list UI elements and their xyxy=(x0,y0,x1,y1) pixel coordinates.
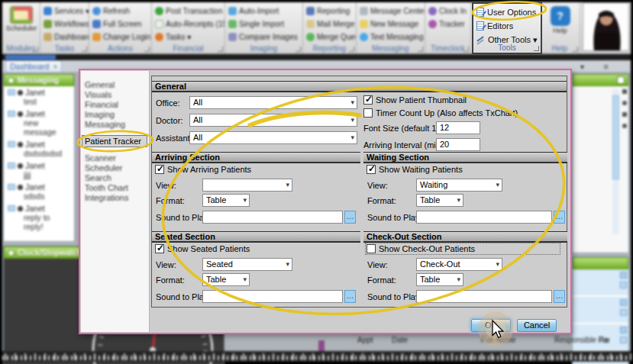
tool-icon[interactable] xyxy=(622,112,627,117)
assistant-select[interactable]: All xyxy=(189,131,357,144)
ribbon-item-auto-receipts[interactable]: Auto-Receipts (15) xyxy=(155,18,222,31)
card-button[interactable] xyxy=(620,309,627,316)
timer-count-up-checkbox[interactable]: Timer Count Up (Also affects TxChart) xyxy=(363,108,518,118)
ribbon-item-editors[interactable]: Editors xyxy=(476,19,539,33)
checkbox[interactable] xyxy=(363,108,373,118)
ribbon-item-single-import[interactable]: Single Import xyxy=(228,18,300,31)
checkout-sound-input[interactable] xyxy=(416,290,552,303)
show-waiting-patients-checkbox[interactable]: Show Waiting Patients xyxy=(367,165,463,174)
right-top-panel-header[interactable] xyxy=(573,74,628,86)
scrollbar-thumb[interactable] xyxy=(612,95,619,179)
seated-browse-button[interactable]: … xyxy=(344,290,356,303)
dialog-launcher-icon[interactable] xyxy=(463,47,469,52)
card-button[interactable] xyxy=(620,299,627,306)
show-seated-patients-checkbox[interactable]: Show Seated Patients xyxy=(155,244,250,253)
dialog-launcher-icon[interactable] xyxy=(296,47,301,52)
ribbon-item-change-login[interactable]: Change Login xyxy=(92,31,149,43)
checkbox[interactable] xyxy=(155,244,164,253)
dialog-launcher-icon[interactable] xyxy=(33,47,38,52)
category-tooth-chart[interactable]: Tooth Chart xyxy=(81,183,149,193)
checkbox[interactable] xyxy=(155,165,164,174)
show-patient-thumbnail-checkbox[interactable]: Show Patient Thumbnail xyxy=(363,95,467,105)
settings-icon[interactable] xyxy=(622,124,627,128)
doctor-select[interactable]: All xyxy=(189,114,357,127)
ribbon-item-full-screen[interactable]: Full Screen xyxy=(92,18,149,31)
office-select[interactable]: All xyxy=(189,96,357,109)
column-header[interactable]: Re xyxy=(599,336,609,344)
waiting-browse-button[interactable]: … xyxy=(554,211,565,224)
appointment-card[interactable] xyxy=(573,269,628,297)
seated-format-select[interactable]: Table xyxy=(202,273,250,286)
checkbox[interactable] xyxy=(367,244,376,253)
message-list-item[interactable]: Janet new message xyxy=(4,108,74,138)
ribbon-item-refresh[interactable]: Refresh xyxy=(92,5,149,18)
grid-icon[interactable] xyxy=(622,89,627,94)
dialog-launcher-icon[interactable] xyxy=(349,47,354,52)
scrollbar[interactable] xyxy=(612,89,619,234)
close-tab-icon[interactable]: × xyxy=(53,63,57,71)
ribbon-item-post-transaction[interactable]: Post Transaction xyxy=(155,5,222,18)
category-messaging[interactable]: Messaging xyxy=(81,120,149,130)
dialog-launcher-icon[interactable] xyxy=(573,47,578,52)
ribbon-item-new-message[interactable]: New Message xyxy=(360,18,422,31)
collapse-icon[interactable]: ▾ xyxy=(580,63,584,71)
ribbon-item-merge-queue[interactable]: Merge Queue xyxy=(306,31,354,43)
seated-sound-input[interactable] xyxy=(202,290,343,303)
module-scroll-thumb[interactable] xyxy=(5,55,56,60)
category-search[interactable]: Search xyxy=(81,173,149,183)
dialog-launcher-icon[interactable] xyxy=(82,47,87,52)
card-button[interactable] xyxy=(620,282,627,288)
arriving-browse-button[interactable]: … xyxy=(344,211,356,224)
ribbon-item-compare-images[interactable]: Compare Images xyxy=(228,31,300,43)
waiting-view-select[interactable]: Waiting xyxy=(416,179,502,192)
checkbox[interactable] xyxy=(363,95,373,105)
right-bottom-panel-header[interactable] xyxy=(573,257,628,269)
ribbon-item-tracker[interactable]: Tracker xyxy=(428,18,468,31)
pencil-icon[interactable] xyxy=(622,101,627,105)
ribbon-item-auto-import[interactable]: Auto-Import xyxy=(228,5,300,18)
category-patient-tracker[interactable]: Patient Tracker xyxy=(82,135,147,147)
category-financial[interactable]: Financial xyxy=(81,100,149,110)
ribbon-item-reporting[interactable]: Reporting xyxy=(306,5,354,18)
waiting-sound-input[interactable] xyxy=(416,211,552,224)
ok-button[interactable]: OK xyxy=(471,319,511,332)
category-imaging[interactable]: Imaging xyxy=(81,110,149,120)
ribbon-item-services[interactable]: Services ▾ xyxy=(44,5,86,18)
ribbon-item-tasks[interactable]: Tasks ▾ xyxy=(155,31,222,43)
message-list-item[interactable]: Janet sdsds xyxy=(4,181,74,202)
card-button[interactable] xyxy=(620,272,627,279)
waiting-format-select[interactable]: Table xyxy=(416,194,463,207)
tab-dashboard[interactable]: Dashboard × xyxy=(5,60,62,72)
ribbon-item-clock-in[interactable]: Clock In xyxy=(428,5,468,18)
ribbon-item-help[interactable]: ? Help xyxy=(543,5,577,34)
category-scheduler[interactable]: Scheduler xyxy=(81,163,149,173)
show-arriving-patients-checkbox[interactable]: Show Arriving Patients xyxy=(155,165,251,174)
menu-icon[interactable]: ≡ xyxy=(604,63,609,71)
checkout-view-select[interactable]: Check-Out xyxy=(416,258,502,271)
ribbon-item-dashboard[interactable]: Dashboard xyxy=(44,31,86,43)
font-size-input[interactable]: 12 xyxy=(436,121,480,134)
ribbon-item-user-options[interactable]: User Options xyxy=(476,5,539,19)
category-scanner[interactable]: Scanner xyxy=(81,153,149,163)
arriving-view-select[interactable] xyxy=(202,179,292,192)
checkout-browse-button[interactable]: … xyxy=(554,290,565,303)
dialog-launcher-icon[interactable] xyxy=(418,47,423,52)
ribbon-item-text-messaging[interactable]: Text Messaging xyxy=(360,31,422,43)
checkout-format-select[interactable]: Table xyxy=(416,273,463,286)
show-checkout-patients-checkbox[interactable]: Show Check-Out Patients xyxy=(367,244,559,253)
card-button[interactable] xyxy=(620,327,627,333)
ribbon-item-mail-merge[interactable]: Mail Merge xyxy=(306,18,354,31)
seated-view-select[interactable]: Seated xyxy=(202,258,292,271)
ribbon-item-workflows[interactable]: Workflows xyxy=(44,18,86,31)
column-header[interactable]: Full Name xyxy=(481,336,516,344)
appointment-card[interactable] xyxy=(573,297,628,324)
cancel-button[interactable]: Cancel xyxy=(517,319,557,332)
message-list-item[interactable]: Janet jjjj xyxy=(4,159,74,181)
messaging-panel-header[interactable]: Messaging xyxy=(4,74,74,86)
arriving-interval-input[interactable]: 20 xyxy=(436,138,480,151)
message-list-item[interactable]: Janet reply to reply! xyxy=(4,202,74,233)
checkbox[interactable] xyxy=(367,165,376,174)
dialog-launcher-icon[interactable] xyxy=(218,47,223,52)
dialog-launcher-icon[interactable] xyxy=(144,47,150,52)
arriving-sound-input[interactable] xyxy=(202,211,343,224)
